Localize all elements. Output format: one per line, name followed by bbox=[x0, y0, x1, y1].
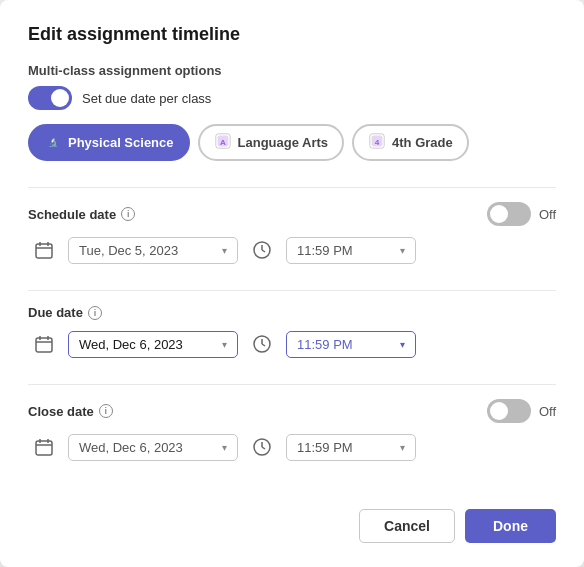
close-date-toggle[interactable] bbox=[487, 399, 531, 423]
due-date-header: Due date i bbox=[28, 305, 556, 320]
close-time-input[interactable]: 11:59 PM ▾ bbox=[286, 434, 416, 461]
due-date-value: Wed, Dec 6, 2023 bbox=[79, 337, 183, 352]
schedule-time-input[interactable]: 11:59 PM ▾ bbox=[286, 237, 416, 264]
schedule-date-input[interactable]: Tue, Dec 5, 2023 ▾ bbox=[68, 237, 238, 264]
close-date-section: Close date i Off Wed, Dec 6, 2023 bbox=[28, 399, 556, 463]
close-date-header: Close date i Off bbox=[28, 399, 556, 423]
schedule-date-info-icon[interactable]: i bbox=[121, 207, 135, 221]
close-date-toggle-knob bbox=[490, 402, 508, 420]
multiclass-toggle-label: Set due date per class bbox=[82, 91, 211, 106]
schedule-date-toggle-row: Off bbox=[487, 202, 556, 226]
toggle-knob bbox=[51, 89, 69, 107]
multiclass-label: Multi-class assignment options bbox=[28, 63, 556, 78]
due-time-chevron: ▾ bbox=[400, 339, 405, 350]
close-date-chevron: ▾ bbox=[222, 442, 227, 453]
done-button[interactable]: Done bbox=[465, 509, 556, 543]
schedule-date-toggle[interactable] bbox=[487, 202, 531, 226]
svg-line-14 bbox=[262, 250, 265, 252]
close-time-value: 11:59 PM bbox=[297, 440, 353, 455]
schedule-date-value: Tue, Dec 5, 2023 bbox=[79, 243, 178, 258]
dialog-title: Edit assignment timeline bbox=[28, 24, 556, 45]
cancel-button[interactable]: Cancel bbox=[359, 509, 455, 543]
svg-text:🔬: 🔬 bbox=[48, 137, 59, 148]
toggle-row: Set due date per class bbox=[28, 86, 556, 110]
schedule-date-header: Schedule date i Off bbox=[28, 202, 556, 226]
schedule-date-toggle-label: Off bbox=[539, 207, 556, 222]
language-arts-icon: A bbox=[214, 132, 232, 153]
close-date-toggle-label: Off bbox=[539, 404, 556, 419]
due-date-info-icon[interactable]: i bbox=[88, 306, 102, 320]
4th-grade-icon: 4 bbox=[368, 132, 386, 153]
schedule-date-row: Tue, Dec 5, 2023 ▾ 11:59 PM ▾ bbox=[28, 234, 556, 266]
svg-rect-8 bbox=[36, 244, 52, 258]
schedule-date-calendar-icon[interactable] bbox=[28, 234, 60, 266]
tab-4th-grade-label: 4th Grade bbox=[392, 135, 453, 150]
schedule-time-clock-icon[interactable] bbox=[246, 234, 278, 266]
edit-assignment-dialog: Edit assignment timeline Multi-class ass… bbox=[0, 0, 584, 567]
due-time-input[interactable]: 11:59 PM ▾ bbox=[286, 331, 416, 358]
svg-rect-22 bbox=[36, 441, 52, 455]
schedule-date-chevron: ▾ bbox=[222, 245, 227, 256]
due-date-label: Due date i bbox=[28, 305, 102, 320]
due-time-value: 11:59 PM bbox=[297, 337, 353, 352]
close-date-calendar-icon[interactable] bbox=[28, 431, 60, 463]
tab-physical-science-label: Physical Science bbox=[68, 135, 174, 150]
svg-line-21 bbox=[262, 344, 265, 346]
svg-text:4: 4 bbox=[375, 138, 380, 147]
schedule-time-chevron: ▾ bbox=[400, 245, 405, 256]
close-date-input[interactable]: Wed, Dec 6, 2023 ▾ bbox=[68, 434, 238, 461]
tab-language-arts-label: Language Arts bbox=[238, 135, 329, 150]
close-time-clock-icon[interactable] bbox=[246, 431, 278, 463]
due-date-calendar-icon[interactable] bbox=[28, 328, 60, 360]
svg-rect-15 bbox=[36, 338, 52, 352]
schedule-date-section: Schedule date i Off Tue, Dec 5, 2 bbox=[28, 202, 556, 266]
due-date-chevron: ▾ bbox=[222, 339, 227, 350]
divider-1 bbox=[28, 187, 556, 188]
tab-language-arts[interactable]: A Language Arts bbox=[198, 124, 345, 161]
svg-text:A: A bbox=[220, 138, 226, 147]
class-tabs: 🔬 Physical Science A Language Arts 4 bbox=[28, 124, 556, 161]
due-date-input[interactable]: Wed, Dec 6, 2023 ▾ bbox=[68, 331, 238, 358]
close-date-value: Wed, Dec 6, 2023 bbox=[79, 440, 183, 455]
divider-3 bbox=[28, 384, 556, 385]
dialog-footer: Cancel Done bbox=[28, 493, 556, 543]
close-date-row: Wed, Dec 6, 2023 ▾ 11:59 PM ▾ bbox=[28, 431, 556, 463]
due-date-section: Due date i Wed, Dec 6, 2023 ▾ bbox=[28, 305, 556, 360]
close-date-info-icon[interactable]: i bbox=[99, 404, 113, 418]
tab-physical-science[interactable]: 🔬 Physical Science bbox=[28, 124, 190, 161]
tab-4th-grade[interactable]: 4 4th Grade bbox=[352, 124, 469, 161]
due-time-clock-icon[interactable] bbox=[246, 328, 278, 360]
svg-line-28 bbox=[262, 447, 265, 449]
close-date-label: Close date i bbox=[28, 404, 113, 419]
divider-2 bbox=[28, 290, 556, 291]
schedule-date-label: Schedule date i bbox=[28, 207, 135, 222]
physical-science-icon: 🔬 bbox=[44, 132, 62, 153]
close-date-toggle-row: Off bbox=[487, 399, 556, 423]
schedule-date-toggle-knob bbox=[490, 205, 508, 223]
due-date-row: Wed, Dec 6, 2023 ▾ 11:59 PM ▾ bbox=[28, 328, 556, 360]
close-time-chevron: ▾ bbox=[400, 442, 405, 453]
multiclass-toggle[interactable] bbox=[28, 86, 72, 110]
multiclass-section: Multi-class assignment options Set due d… bbox=[28, 63, 556, 110]
schedule-time-value: 11:59 PM bbox=[297, 243, 353, 258]
